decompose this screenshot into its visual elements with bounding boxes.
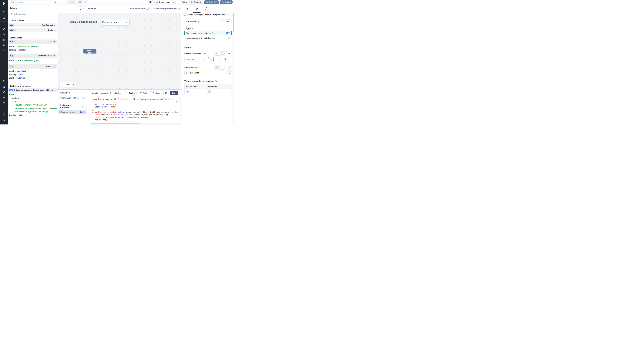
run-button[interactable]: Run bbox=[170, 91, 178, 96]
info-icon[interactable] bbox=[178, 8, 180, 10]
edit-pencil-icon[interactable] bbox=[54, 89, 55, 91]
right-settings-panel: f Send a message to discord using webhoo… bbox=[182, 4, 234, 124]
search-outputs-input[interactable] bbox=[10, 12, 55, 16]
help-icon[interactable] bbox=[1, 112, 6, 118]
component-c-header[interactable]: c Button bbox=[8, 64, 57, 68]
selected-runnable-title: Send a message to discord using webhook bbox=[187, 14, 226, 16]
app-summary-input[interactable] bbox=[9, 0, 50, 4]
add-transformer-button[interactable]: Add bbox=[221, 20, 232, 24]
code-editor[interactable]: import discordwebhook from "https://deno… bbox=[91, 96, 181, 124]
favorites-star-icon[interactable] bbox=[1, 15, 6, 20]
redo-button[interactable] bbox=[58, 0, 64, 4]
component-a-header[interactable]: a Text bbox=[8, 40, 57, 44]
settings-gear-icon[interactable]: ⚙ bbox=[1, 84, 6, 90]
expand-canvas-toggle[interactable] bbox=[71, 0, 76, 4]
component-b-header[interactable]: b Resource Select bbox=[8, 54, 57, 58]
zoom-in-button[interactable]: + bbox=[72, 83, 75, 86]
collapse-arrow-icon[interactable] bbox=[1, 118, 6, 123]
docs-book-button[interactable] bbox=[148, 0, 153, 4]
refresh-interval-dropdown[interactable]: once bbox=[87, 8, 97, 10]
text-component[interactable]: Write Discord message: bbox=[70, 18, 99, 25]
clear-resource-x-icon[interactable] bbox=[203, 58, 205, 60]
static-mode-pencil-button[interactable] bbox=[215, 51, 220, 56]
connect-plug-button[interactable] bbox=[226, 51, 232, 56]
refresh-resource-button[interactable] bbox=[222, 57, 227, 62]
add-resource-button[interactable] bbox=[215, 57, 220, 62]
hide-bar-toggle[interactable] bbox=[146, 8, 150, 10]
fork-button[interactable]: Fork bbox=[138, 91, 149, 96]
ctx-row[interactable]: ctx App Context bbox=[8, 23, 57, 27]
tab-component-settings[interactable] bbox=[192, 4, 202, 13]
home-icon[interactable] bbox=[1, 26, 6, 32]
resize-handle[interactable] bbox=[95, 53, 96, 54]
vertical-scrollbar[interactable] bbox=[232, 13, 234, 124]
canvas-toolbar: 1 once Hide bar on view Author henri@win… bbox=[58, 4, 182, 13]
zoom-out-button[interactable]: − bbox=[61, 83, 64, 86]
schedules-calendar-icon[interactable] bbox=[1, 48, 6, 54]
button-component-cell[interactable]: Press me bbox=[81, 49, 96, 54]
mobile-view-toggle[interactable] bbox=[78, 0, 82, 4]
press-me-button[interactable]: Press me bbox=[83, 49, 96, 54]
resource-select-component[interactable]: Example resou... bbox=[100, 19, 130, 26]
background-runnable-item-selected[interactable]: Send a message... bg_0 bbox=[60, 110, 87, 114]
workers-robot-icon[interactable] bbox=[1, 90, 6, 95]
runnable-path: hub/1511/discord/se... bbox=[61, 97, 79, 99]
eval-mode-function-button[interactable]: f bbox=[220, 65, 224, 69]
value: "$res:u/henri/testing_bot" bbox=[17, 59, 40, 62]
expand-editor-icon[interactable] bbox=[228, 72, 232, 75]
key: result bbox=[9, 93, 14, 96]
bg-item-badge: bg_0 bbox=[79, 111, 86, 114]
folders-icon[interactable] bbox=[1, 95, 6, 100]
fork-icon bbox=[140, 92, 142, 94]
bg0-row[interactable]: bg_0 Send a message to discord using web… bbox=[8, 88, 57, 92]
runs-play-icon[interactable] bbox=[1, 32, 6, 37]
desktop-view-toggle[interactable] bbox=[83, 0, 88, 4]
row-recompute-toggle[interactable] bbox=[207, 90, 211, 92]
topbar: Debug runs (23) Editor Preview Draft ⌘S bbox=[8, 0, 234, 4]
undo-button[interactable] bbox=[52, 0, 58, 4]
center-align-toggle[interactable] bbox=[65, 0, 70, 4]
clear-selection-x-icon[interactable] bbox=[125, 21, 128, 24]
clear-button[interactable]: Clear bbox=[150, 91, 162, 96]
recompute-toggle[interactable] bbox=[226, 37, 230, 39]
background-runnables-title: Background runnables bbox=[10, 85, 55, 87]
runnable-name-input[interactable] bbox=[91, 91, 126, 96]
resize-handle[interactable] bbox=[128, 24, 129, 25]
more-options-kebab-icon[interactable] bbox=[143, 0, 146, 4]
debug-runs-button[interactable]: Debug runs (23) bbox=[154, 0, 176, 4]
resource-value-chip[interactable]: u/henri/te... bbox=[184, 57, 207, 62]
app-canvas[interactable]: Write Discord message: Example resou... … bbox=[58, 13, 182, 90]
ctx-type-label: App Context bbox=[42, 24, 53, 26]
message-expression-editor[interactable]: 1 b.result bbox=[184, 71, 232, 75]
cache-button[interactable]: Cache bbox=[127, 91, 136, 96]
refresh-code-button[interactable] bbox=[164, 91, 169, 96]
tab-styling-brush[interactable] bbox=[202, 4, 211, 13]
state-row[interactable]: state State bbox=[8, 28, 57, 32]
audit-eye-icon[interactable] bbox=[1, 100, 6, 106]
component-b-type: Resource Select bbox=[38, 55, 52, 57]
eval-mode-function-button[interactable]: f bbox=[220, 51, 224, 56]
run-on-start-toggle[interactable] bbox=[226, 32, 230, 34]
workspace-icon[interactable] bbox=[1, 9, 6, 15]
copy-code-icon[interactable] bbox=[176, 100, 178, 103]
refresh-count-chip[interactable]: 1 bbox=[78, 6, 86, 11]
zoom-level: 100% bbox=[66, 84, 71, 86]
variables-dollar-icon[interactable] bbox=[1, 37, 6, 43]
tab-insert-component[interactable] bbox=[182, 4, 192, 13]
state-type-label: State bbox=[48, 29, 53, 31]
resize-handle[interactable] bbox=[98, 24, 99, 25]
edit-resource-pencil-button[interactable] bbox=[208, 57, 214, 62]
draft-button[interactable]: Draft ⌘S bbox=[204, 0, 219, 4]
static-mode-pencil-button[interactable] bbox=[215, 65, 220, 69]
add-background-runnable-button[interactable] bbox=[84, 104, 87, 108]
tab-preview[interactable]: Preview bbox=[189, 0, 202, 4]
runnable-item[interactable]: hub/1511/discord/se... c bbox=[60, 96, 87, 100]
deploy-button[interactable]: Deploy bbox=[220, 0, 232, 4]
horizontal-scrollbar[interactable] bbox=[91, 123, 180, 124]
windmill-logo-icon[interactable] bbox=[2, 2, 6, 5]
connect-plug-button[interactable] bbox=[226, 65, 232, 70]
debug-runs-label: Debug runs bbox=[159, 1, 170, 3]
user-icon[interactable] bbox=[1, 78, 6, 84]
tab-editor[interactable]: Editor bbox=[177, 0, 189, 4]
resources-cubes-icon[interactable] bbox=[1, 43, 6, 48]
